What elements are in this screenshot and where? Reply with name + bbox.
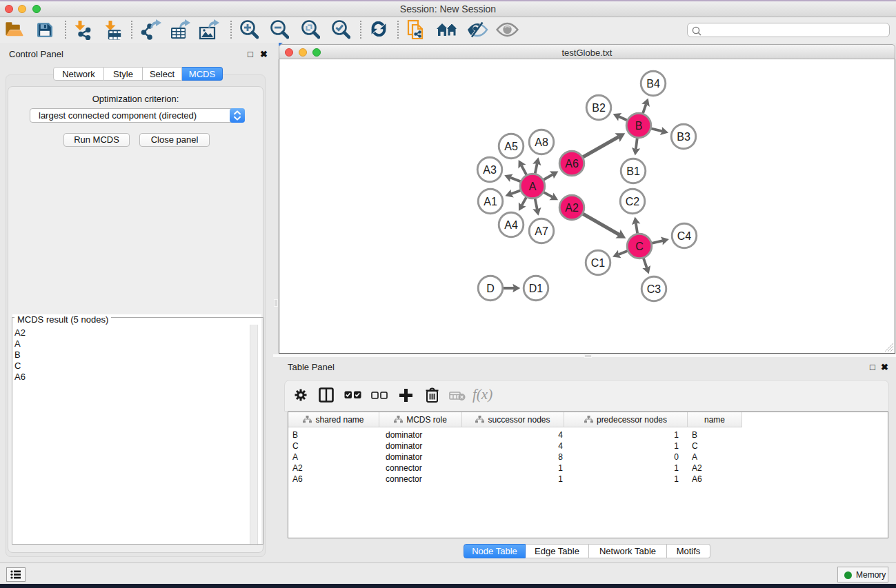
- svg-text:B: B: [635, 120, 643, 132]
- svg-text:A6: A6: [565, 158, 579, 170]
- svg-text:A7: A7: [535, 225, 548, 237]
- svg-text:C4: C4: [677, 230, 692, 242]
- svg-text:C1: C1: [591, 257, 606, 269]
- svg-text:C3: C3: [647, 283, 661, 295]
- svg-text:C: C: [635, 241, 644, 252]
- svg-text:A: A: [529, 181, 537, 192]
- svg-text:A8: A8: [535, 136, 548, 148]
- svg-text:B2: B2: [592, 102, 606, 114]
- svg-text:B1: B1: [626, 165, 640, 177]
- svg-text:A3: A3: [483, 164, 497, 176]
- svg-text:B3: B3: [677, 131, 690, 143]
- svg-text:D: D: [486, 283, 495, 294]
- svg-text:A4: A4: [504, 219, 518, 231]
- svg-text:A2: A2: [565, 202, 579, 214]
- svg-text:D1: D1: [529, 283, 544, 294]
- svg-text:A5: A5: [504, 141, 518, 152]
- svg-text:B4: B4: [646, 78, 660, 90]
- svg-text:A1: A1: [484, 196, 497, 207]
- svg-text:C2: C2: [626, 196, 640, 207]
